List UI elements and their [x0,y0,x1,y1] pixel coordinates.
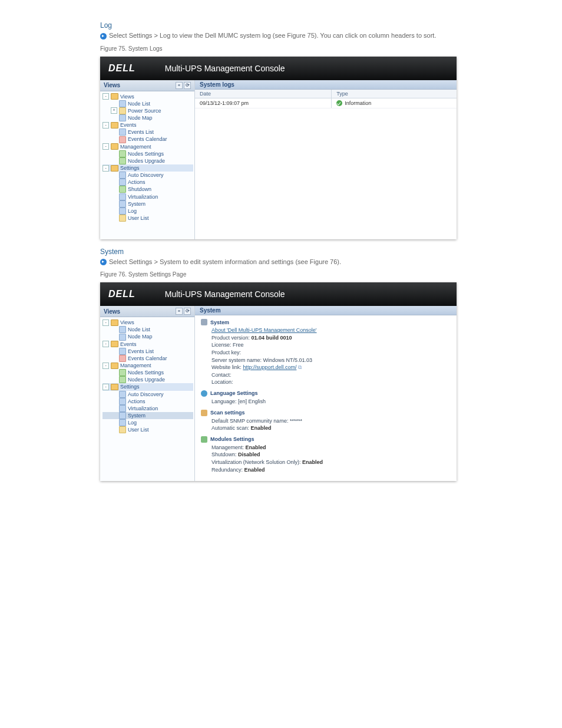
tree-item-label: Log [128,207,137,215]
console-title: Multi-UPS Management Console [165,289,285,299]
tree-item-label: Shutdown [128,186,151,193]
tree-item-label: Actions [128,179,146,186]
sidebar-views: Views « ⟳ -ViewsNode List+Power SourceNo… [100,80,195,239]
tree-item-shutdown[interactable]: Shutdown [103,186,193,193]
expand-icon[interactable]: - [103,143,109,150]
tree-item-actions[interactable]: Actions [103,179,193,186]
tree-item-virtualization[interactable]: Virtualization [103,193,193,200]
panel-collapse[interactable]: « ⟳ [176,308,191,315]
tree-item-label: Events Calendar [128,355,167,362]
section-text-system: Select Settings > System to edit system … [100,258,562,266]
views-panel-header: Views « ⟳ [100,80,194,91]
tree-node-icon [119,398,126,405]
tree-item-events[interactable]: -Events [103,341,193,348]
console-header: DELL Multi-UPS Management Console [100,57,457,80]
collapse-icon[interactable]: « [176,308,183,315]
tree-item-label: Events [120,341,137,348]
tree-item-label: Auto Discovery [128,391,164,398]
tree-node-icon [119,326,126,333]
website-link[interactable]: http://support.dell.com/ [243,364,296,370]
collapse-icon[interactable]: « [176,82,183,89]
tree-item-auto-discovery[interactable]: Auto Discovery [103,391,193,398]
tree-item-nodes-upgrade[interactable]: Nodes Upgrade [103,157,193,164]
tree-item-views[interactable]: -Views [103,319,193,326]
tree-node-icon [119,114,126,121]
tree-item-label: User List [128,215,149,222]
main-panel: System System About 'Dell Multi-UPS Mana… [195,306,457,481]
table-row[interactable]: 09/13/12-1:09:07 pm Information [195,98,457,109]
tree-node-icon [119,193,126,200]
tree-item-events-list[interactable]: Events List [103,129,193,136]
tree-item-actions[interactable]: Actions [103,398,193,405]
tree-item-events-calendar[interactable]: Events Calendar [103,355,193,362]
tree-item-label: Nodes Settings [128,369,164,376]
refresh-icon[interactable]: ⟳ [184,82,191,89]
tree-item-node-list[interactable]: Node List [103,326,193,333]
tree-item-user-list[interactable]: User List [103,215,193,222]
tree-item-system[interactable]: System [103,200,193,207]
col-type[interactable]: Type [332,90,457,98]
tree-node-icon [119,179,126,186]
tree-item-node-list[interactable]: Node List [103,100,193,107]
col-date[interactable]: Date [195,90,332,98]
folder-icon [111,165,118,172]
folder-icon [111,143,118,150]
tree-item-system[interactable]: System [103,412,193,419]
tree-item-management[interactable]: -Management [103,143,193,150]
language-section: Language Settings Language: [en] English [201,390,451,406]
expand-icon[interactable]: - [103,165,109,172]
tree-item-management[interactable]: -Management [103,362,193,369]
refresh-icon[interactable]: ⟳ [184,308,191,315]
tree-item-nodes-upgrade[interactable]: Nodes Upgrade [103,376,193,383]
expand-icon[interactable]: - [103,93,109,100]
tree-item-auto-discovery[interactable]: Auto Discovery [103,172,193,179]
tree-item-label: Nodes Settings [128,150,164,157]
expand-icon[interactable]: + [111,107,117,114]
section-heading-system: System [100,248,562,256]
tree-item-events[interactable]: -Events [103,121,193,129]
expand-icon[interactable]: - [103,319,109,326]
tree-item-events-list[interactable]: Events List [103,348,193,355]
tree-item-node-map[interactable]: Node Map [103,114,193,121]
tree-node-icon [119,207,126,215]
tree-item-label: Node Map [128,114,153,121]
tree-item-label: Virtualization [128,193,158,200]
expand-icon[interactable]: - [103,341,109,347]
tree-item-events-calendar[interactable]: Events Calendar [103,136,193,143]
modules-icon [201,436,207,443]
tree-item-log[interactable]: Log [103,419,193,426]
tree-node-icon [119,405,126,412]
tree-item-label: Nodes Upgrade [128,376,165,383]
console-header: DELL Multi-UPS Management Console [100,282,457,306]
figure-caption-76: Figure 76. System Settings Page [100,271,562,278]
dell-logo: DELL [108,289,135,299]
gear-icon [201,319,207,325]
tree-node-icon [119,200,126,207]
tree-item-settings[interactable]: -Settings [103,383,193,390]
tree-node-icon [119,348,126,355]
tree-node-icon [119,157,126,164]
tree-item-label: Nodes Upgrade [128,157,165,164]
expand-icon[interactable]: - [103,384,109,390]
tree-item-settings[interactable]: -Settings [103,164,193,172]
tree-item-user-list[interactable]: User List [103,426,193,433]
tree-item-power-source[interactable]: +Power Source [103,107,193,114]
scan-icon [201,410,207,416]
tree-node-icon [119,376,126,383]
panel-collapse[interactable]: « ⟳ [176,82,191,89]
tree-item-nodes-settings[interactable]: Nodes Settings [103,150,193,157]
section-text-log: Select Settings > Log to view the Dell M… [100,32,562,39]
about-link[interactable]: About 'Dell Multi-UPS Management Console… [211,327,317,333]
tree-item-log[interactable]: Log [103,207,193,215]
main-panel: System logs Date Type 09/13/12-1:09:07 p… [195,80,457,239]
tree-item-node-map[interactable]: Node Map [103,333,193,340]
expand-icon[interactable]: - [103,363,109,369]
tree-item-label: Log [128,419,137,426]
tree-item-views[interactable]: -Views [103,93,193,100]
table-header[interactable]: Date Type [195,90,457,98]
tree-item-label: Virtualization [128,405,158,412]
sidebar-views: Views « ⟳ -ViewsNode ListNode Map-Events… [100,306,195,481]
tree-item-virtualization[interactable]: Virtualization [103,405,193,412]
tree-item-nodes-settings[interactable]: Nodes Settings [103,369,193,376]
expand-icon[interactable]: - [103,122,109,129]
